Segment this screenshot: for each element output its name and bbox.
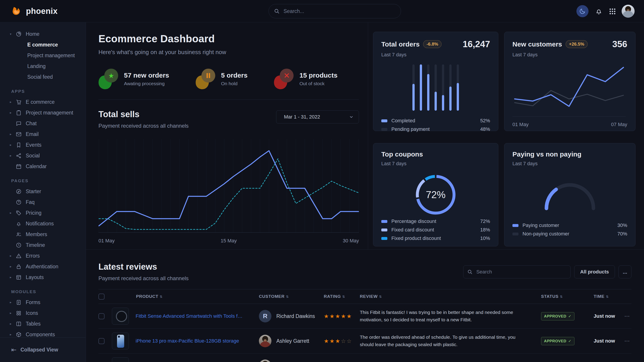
row-checkbox[interactable] [98,338,104,344]
bell-icon [16,221,22,227]
sidebar-item-social[interactable]: ▸ Social [0,150,86,161]
sidebar-item-project-management[interactable]: Project management [0,50,86,61]
collapse-icon: ⇤ [11,346,16,354]
stat-value: 57 new orders [124,71,169,79]
x-label-start: 01 May [98,238,114,244]
all-products-button[interactable]: All products [574,265,615,278]
sidebar-item-home[interactable]: ▾ Home [0,29,86,39]
sidebar-item-faq[interactable]: Faq [0,197,86,208]
sidebar-item-icons[interactable]: ▸ Icons [0,308,86,318]
check-icon: ✓ [568,339,572,343]
paying-title: Paying vs non paying [512,150,581,158]
new-customers-value: 356 [612,39,627,49]
stat-description: Awating processing [124,81,169,86]
sidebar-item-calendar[interactable]: Calendar [0,161,86,172]
legend-value: 10% [480,235,490,241]
search-icon [274,8,280,14]
total-orders-legend: Completed 52% Pending payment 48% [381,116,490,134]
sidebar-item-e-commerce[interactable]: ▸ E commerce [0,97,86,107]
chat-icon [16,120,22,127]
sidebar-item-label: Forms [26,299,40,306]
sidebar-item-errors[interactable]: ▸ Errors [0,250,86,261]
notifications-button[interactable] [595,7,603,15]
order-bar [457,64,459,111]
column-header-time[interactable]: TIME⇅ [594,294,623,299]
sidebar-item-notifications[interactable]: Notifications [0,218,86,229]
sidebar-item-tables[interactable]: ▸ Tables [0,318,86,329]
legend-swatch [512,233,518,235]
main-content: Ecommerce Dashboard Here's what's going … [86,22,644,362]
global-search-input[interactable] [268,4,401,18]
sidebar-item-label: Faq [26,199,35,205]
sidebar: ▾ HomeE commerceProject managementLandin… [0,22,86,362]
apps-grid-button[interactable] [609,8,615,14]
column-header-review[interactable]: REVIEW⇅ [360,294,541,299]
sidebar-item-label: Starter [26,188,41,195]
sidebar-item-pricing[interactable]: ▸ Pricing [0,208,86,218]
column-header-status[interactable]: STATUS⇅ [541,294,594,299]
theme-toggle-button[interactable] [576,5,588,17]
tag-icon [16,210,22,216]
collapsed-view-toggle[interactable]: ⇤ Collapsed View [0,338,86,362]
sidebar-item-label: Authentication [26,264,58,270]
sidebar-item-landing[interactable]: Landing [0,61,86,71]
stat-description: Out of stock [300,81,338,86]
sidebar-item-members[interactable]: Members [0,229,86,240]
x-label-end: 30 May [343,238,359,244]
sidebar-item-project-management[interactable]: ▸ Project management [0,107,86,118]
legend-label: Fixed card discount [391,227,434,233]
top-coupons-donut-chart: 72% [413,172,458,217]
bookmark-icon [16,142,22,148]
status-badge: APPROVED✓ [541,312,574,321]
select-all-checkbox[interactable] [98,294,104,300]
sidebar-item-timeline[interactable]: Timeline [0,240,86,250]
brand-logo[interactable]: phoenix [11,0,58,22]
column-header-rating[interactable]: RATING⇅ [324,294,360,299]
x-label-end: 07 May [611,122,627,127]
row-menu-button[interactable]: ⋯ [623,313,632,319]
caret-right-icon: ▸ [10,111,16,115]
user-avatar[interactable] [622,5,634,18]
sidebar-item-chat[interactable]: Chat [0,118,86,129]
product-link[interactable]: Fitbit Sense Advanced Smartwatch with To… [136,313,243,319]
top-coupons-card: Top coupons Last 7 days 72% Percentage d… [373,143,498,246]
date-range-select[interactable]: Mar 1 - 31, 2022 [276,110,359,123]
share-icon [16,153,22,159]
review-text: The order was delivered ahead of schedul… [360,334,541,348]
sidebar-item-forms[interactable]: ▸ Forms [0,297,86,308]
topbar-actions [576,0,634,22]
legend-value: 48% [480,126,490,132]
legend-label: Completed [391,118,415,124]
column-header-product[interactable]: PRODUCT⇅ [112,294,259,299]
sidebar-item-email[interactable]: ▸ Email [0,129,86,139]
review-time: Just now [594,338,623,344]
sidebar-item-authentication[interactable]: ▸ Authentication [0,261,86,272]
reviews-search-input[interactable] [463,265,570,278]
legend-value: 52% [480,118,490,124]
total-orders-badge: -6.8% [423,40,442,48]
row-menu-button[interactable]: ⋯ [623,338,632,344]
compass-icon [16,188,22,195]
total-sells-x-axis: 01 May 15 May 30 May [98,238,359,244]
reviews-subtitle: Payment received across all channels [98,275,189,282]
sidebar-item-e-commerce[interactable]: E commerce [0,39,86,50]
sidebar-item-social-feed[interactable]: Social feed [0,71,86,82]
sidebar-item-starter[interactable]: Starter [0,186,86,197]
sidebar-item-label: Events [26,142,42,148]
legend-label: Paying customer [522,223,559,228]
caret-right-icon: ▸ [10,322,16,326]
sidebar-item-events[interactable]: ▸ Events [0,139,86,150]
sidebar-item-layouts[interactable]: ▸ Layouts [0,272,86,283]
total-sells-section: Total sells Payment received across all … [98,110,359,244]
users-icon [16,231,22,237]
sidebar-item-components[interactable]: ▸ Components [0,329,86,337]
kpi-cards: Total orders -6.8% 16,247 Last 7 days Co… [368,22,644,249]
total-orders-card: Total orders -6.8% 16,247 Last 7 days Co… [373,32,498,131]
row-checkbox[interactable] [98,313,104,319]
reviews-more-button[interactable]: ... [618,265,632,278]
sort-icon: ⇅ [379,295,382,299]
product-link[interactable]: iPhone 13 pro max-Pacific Blue-128GB sto… [136,338,239,344]
column-header-customer[interactable]: CUSTOMER⇅ [259,294,324,299]
moon-icon [579,8,586,14]
page-header: Ecommerce Dashboard Here's what's going … [98,22,359,100]
